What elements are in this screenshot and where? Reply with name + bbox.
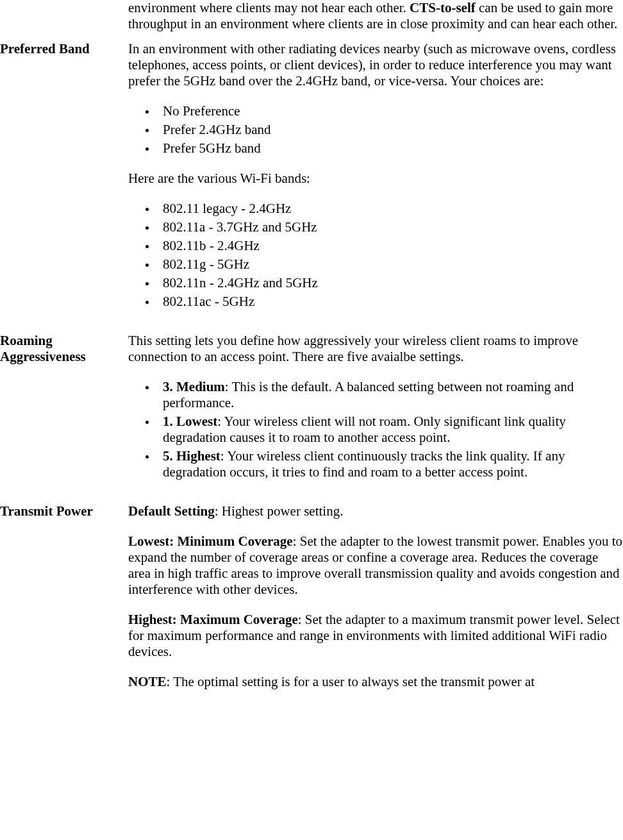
list-item: No Preference <box>156 103 623 119</box>
settings-list: 3. Medium: This is the default. A balanc… <box>128 379 623 480</box>
table-row: Preferred Band In an environment with ot… <box>0 41 623 333</box>
table-row: Roaming Aggressiveness This setting lets… <box>0 333 623 503</box>
setting-description: This setting lets you define how aggress… <box>128 333 623 503</box>
setting-label <box>0 0 128 41</box>
text: Highest: Maximum Coverage: Set the adapt… <box>128 612 623 660</box>
text: NOTE: The optimal setting is for a user … <box>128 674 623 690</box>
list-item: 802.11b - 2.4GHz <box>156 238 623 254</box>
setting-label: Roaming Aggressiveness <box>0 333 128 503</box>
setting-label: Transmit Power <box>0 503 128 699</box>
text: Default Setting: Highest power setting. <box>128 503 623 519</box>
text: This setting lets you define how aggress… <box>128 333 623 365</box>
list-item: 802.11ac - 5GHz <box>156 294 623 310</box>
choices-list: No Preference Prefer 2.4GHz band Prefer … <box>128 103 623 156</box>
text: environment where clients may not hear e… <box>128 0 410 15</box>
list-item: 802.11a - 3.7GHz and 5GHz <box>156 219 623 235</box>
list-item: Prefer 5GHz band <box>156 140 623 156</box>
list-item: 802.11 legacy - 2.4GHz <box>156 201 623 217</box>
list-item: 5. Highest: Your wireless client continu… <box>156 448 623 480</box>
text: In an environment with other radiating d… <box>128 41 623 89</box>
table-row: Transmit Power Default Setting: Highest … <box>0 503 623 699</box>
setting-description: In an environment with other radiating d… <box>128 41 623 333</box>
bold-text: CTS-to-self <box>410 0 476 15</box>
setting-description: environment where clients may not hear e… <box>128 0 623 41</box>
list-item: 802.11g - 5GHz <box>156 256 623 273</box>
text: Lowest: Minimum Coverage: Set the adapte… <box>128 533 623 598</box>
settings-table: environment where clients may not hear e… <box>0 0 623 699</box>
list-item: 802.11n - 2.4GHz and 5GHz <box>156 275 623 291</box>
list-item: Prefer 2.4GHz band <box>156 122 623 138</box>
list-item: 3. Medium: This is the default. A balanc… <box>156 379 623 411</box>
list-item: 1. Lowest: Your wireless client will not… <box>156 414 623 446</box>
setting-description: Default Setting: Highest power setting. … <box>128 503 623 699</box>
bands-list: 802.11 legacy - 2.4GHz 802.11a - 3.7GHz … <box>128 201 623 310</box>
setting-label: Preferred Band <box>0 41 128 333</box>
text: Here are the various Wi-Fi bands: <box>128 171 623 187</box>
table-row: environment where clients may not hear e… <box>0 0 623 41</box>
